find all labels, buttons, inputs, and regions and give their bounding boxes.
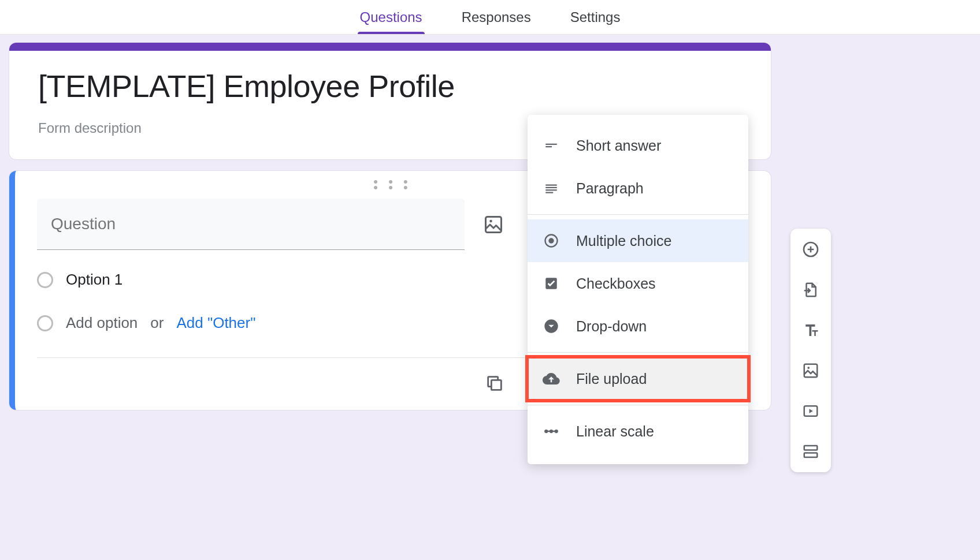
option-label[interactable]: Option 1 xyxy=(66,271,122,289)
add-other-button[interactable]: Add "Other" xyxy=(176,314,255,332)
svg-point-19 xyxy=(807,367,810,369)
qtype-label: Short answer xyxy=(576,137,661,154)
dropdown-icon xyxy=(543,318,560,335)
add-section-icon[interactable] xyxy=(800,441,821,462)
file-upload-icon xyxy=(543,370,560,387)
radio-icon xyxy=(37,315,53,331)
top-nav: Questions Responses Settings xyxy=(0,0,980,35)
svg-rect-22 xyxy=(804,453,818,458)
checkboxes-icon xyxy=(543,275,560,292)
menu-separator xyxy=(528,214,748,215)
qtype-dropdown[interactable]: Drop-down xyxy=(528,305,748,348)
add-video-icon[interactable] xyxy=(800,401,821,421)
qtype-label: Multiple choice xyxy=(576,233,671,249)
question-type-dropdown: Short answer Paragraph Multiple choice C… xyxy=(528,115,748,464)
add-title-icon[interactable] xyxy=(800,320,821,341)
svg-rect-16 xyxy=(546,431,556,432)
form-canvas: [TEMPLATE] Employee Profile Form descrip… xyxy=(0,35,980,560)
add-image-icon[interactable] xyxy=(482,213,505,236)
svg-rect-2 xyxy=(491,380,501,390)
qtype-paragraph[interactable]: Paragraph xyxy=(528,167,748,210)
form-accent-bar xyxy=(9,43,771,51)
svg-rect-5 xyxy=(545,185,557,186)
multiple-choice-icon xyxy=(543,232,560,249)
tab-questions[interactable]: Questions xyxy=(358,1,425,33)
svg-rect-3 xyxy=(545,144,557,145)
qtype-label: Linear scale xyxy=(576,423,654,440)
qtype-label: Paragraph xyxy=(576,180,644,197)
menu-separator xyxy=(528,405,748,405)
svg-rect-4 xyxy=(545,146,552,147)
duplicate-icon[interactable] xyxy=(483,372,506,395)
qtype-label: File upload xyxy=(576,371,647,387)
short-answer-icon xyxy=(543,137,560,154)
svg-rect-0 xyxy=(486,216,502,232)
side-toolbar xyxy=(790,229,831,472)
svg-point-10 xyxy=(548,238,554,243)
question-title-input[interactable] xyxy=(37,199,465,250)
add-option-button[interactable]: Add option xyxy=(66,314,138,332)
qtype-label: Checkboxes xyxy=(576,275,656,292)
qtype-linear-scale[interactable]: Linear scale xyxy=(528,410,748,453)
qtype-checkboxes[interactable]: Checkboxes xyxy=(528,262,748,305)
svg-rect-18 xyxy=(804,364,818,378)
add-image-toolbar-icon[interactable] xyxy=(800,360,821,381)
svg-rect-21 xyxy=(804,446,818,450)
add-question-icon[interactable] xyxy=(800,239,821,260)
qtype-short-answer[interactable]: Short answer xyxy=(528,124,748,167)
menu-separator xyxy=(528,352,748,353)
linear-scale-icon xyxy=(543,423,560,440)
svg-point-1 xyxy=(489,219,492,222)
form-title[interactable]: [TEMPLATE] Employee Profile xyxy=(38,68,748,104)
tab-responses[interactable]: Responses xyxy=(459,1,533,33)
svg-rect-7 xyxy=(545,189,557,191)
import-questions-icon[interactable] xyxy=(800,279,821,300)
radio-icon xyxy=(37,272,53,288)
tab-settings[interactable]: Settings xyxy=(568,1,623,33)
qtype-file-upload[interactable]: File upload xyxy=(528,357,748,400)
qtype-multiple-choice[interactable]: Multiple choice xyxy=(528,219,748,262)
svg-rect-8 xyxy=(545,192,553,193)
svg-rect-6 xyxy=(545,187,557,188)
paragraph-icon xyxy=(543,180,560,197)
qtype-label: Drop-down xyxy=(576,318,647,335)
or-text: or xyxy=(150,314,164,332)
